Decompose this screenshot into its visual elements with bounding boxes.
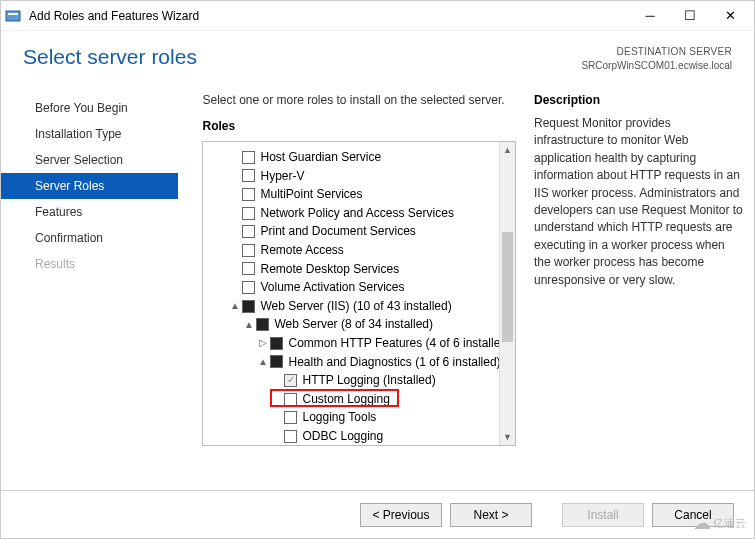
collapse-icon[interactable]: ▲ [257, 354, 268, 370]
watermark-text: 亿速云 [713, 516, 746, 531]
titlebar: Add Roles and Features Wizard ─ ☐ ✕ [1, 1, 754, 31]
collapse-icon[interactable]: ▲ [229, 298, 240, 314]
role-item[interactable]: Hyper-V [207, 167, 511, 186]
nav-step-results: Results [1, 251, 178, 277]
role-label: Web Server (8 of 34 installed) [274, 315, 433, 334]
cloud-icon: ☁ [693, 512, 711, 534]
role-label: Hyper-V [260, 167, 304, 186]
maximize-button[interactable]: ☐ [670, 2, 710, 30]
role-item[interactable]: Remote Desktop Services [207, 260, 511, 279]
role-checkbox[interactable] [242, 207, 255, 220]
role-item[interactable]: ▲Web Server (IIS) (10 of 43 installed) [207, 297, 511, 316]
role-checkbox[interactable] [242, 169, 255, 182]
role-item[interactable]: Logging Tools [207, 408, 511, 427]
description-text: Request Monitor provides infrastructure … [534, 115, 744, 289]
role-item[interactable]: ▲Health and Diagnostics (1 of 6 installe… [207, 353, 511, 372]
role-item[interactable]: HTTP Logging (Installed) [207, 371, 511, 390]
role-label: Common HTTP Features (4 of 6 installed) [288, 334, 511, 353]
role-checkbox[interactable] [242, 225, 255, 238]
page-title: Select server roles [23, 45, 197, 69]
scroll-down-icon[interactable]: ▼ [500, 429, 515, 445]
app-icon [5, 8, 21, 24]
header: Select server roles DESTINATION SERVER S… [1, 31, 754, 77]
role-item[interactable]: MultiPoint Services [207, 185, 511, 204]
dest-label: DESTINATION SERVER [581, 45, 732, 59]
description-heading: Description [534, 93, 744, 107]
role-checkbox[interactable] [242, 244, 255, 257]
role-item[interactable]: Host Guardian Service [207, 148, 511, 167]
roles-heading: Roles [202, 119, 516, 133]
role-checkbox[interactable] [256, 318, 269, 331]
role-checkbox[interactable] [242, 151, 255, 164]
role-label: ODBC Logging [302, 427, 383, 445]
role-item[interactable]: ODBC Logging [207, 427, 511, 445]
role-label: MultiPoint Services [260, 185, 362, 204]
expand-icon[interactable]: ▷ [257, 335, 268, 351]
role-item[interactable]: ▲Web Server (8 of 34 installed) [207, 315, 511, 334]
scroll-up-icon[interactable]: ▲ [500, 142, 515, 158]
nav-step-server-roles[interactable]: Server Roles [1, 173, 178, 199]
roles-tree[interactable]: Host Guardian ServiceHyper-VMultiPoint S… [202, 141, 516, 446]
role-checkbox[interactable] [270, 337, 283, 350]
nav-step-installation-type[interactable]: Installation Type [1, 121, 178, 147]
role-label: Host Guardian Service [260, 148, 381, 167]
role-label: Remote Desktop Services [260, 260, 399, 279]
svg-rect-1 [8, 13, 18, 15]
role-checkbox[interactable] [242, 262, 255, 275]
scrollbar[interactable]: ▲ ▼ [499, 142, 515, 445]
role-item[interactable]: Remote Access [207, 241, 511, 260]
nav-step-features[interactable]: Features [1, 199, 178, 225]
minimize-button[interactable]: ─ [630, 2, 670, 30]
role-label: Remote Access [260, 241, 343, 260]
scroll-thumb[interactable] [502, 232, 513, 342]
nav-step-server-selection[interactable]: Server Selection [1, 147, 178, 173]
role-checkbox[interactable] [242, 300, 255, 313]
role-item[interactable]: ▷Common HTTP Features (4 of 6 installed) [207, 334, 511, 353]
role-label: Web Server (IIS) (10 of 43 installed) [260, 297, 451, 316]
close-button[interactable]: ✕ [710, 2, 750, 30]
footer: < Previous Next > Install Cancel [1, 490, 754, 538]
dest-server-name: SRCorpWinSCOM01.ecwise.local [581, 59, 732, 73]
role-checkbox[interactable] [270, 355, 283, 368]
role-label: Health and Diagnostics (1 of 6 installed… [288, 353, 500, 372]
role-item[interactable]: Volume Activation Services [207, 278, 511, 297]
instruction-text: Select one or more roles to install on t… [202, 93, 516, 107]
window-title: Add Roles and Features Wizard [29, 9, 630, 23]
watermark: ☁ 亿速云 [693, 512, 746, 534]
role-label: HTTP Logging (Installed) [302, 371, 435, 390]
role-item[interactable]: Network Policy and Access Services [207, 204, 511, 223]
role-label: Logging Tools [302, 408, 376, 427]
role-checkbox[interactable] [242, 281, 255, 294]
wizard-nav: Before You BeginInstallation TypeServer … [1, 77, 178, 477]
role-item[interactable]: Print and Document Services [207, 222, 511, 241]
role-label: Print and Document Services [260, 222, 415, 241]
nav-step-confirmation[interactable]: Confirmation [1, 225, 178, 251]
role-checkbox[interactable] [284, 430, 297, 443]
previous-button[interactable]: < Previous [360, 503, 442, 527]
destination-info: DESTINATION SERVER SRCorpWinSCOM01.ecwis… [581, 45, 732, 73]
next-button[interactable]: Next > [450, 503, 532, 527]
collapse-icon[interactable]: ▲ [243, 317, 254, 333]
role-checkbox[interactable] [284, 374, 297, 387]
highlight-annotation [270, 389, 399, 407]
role-checkbox[interactable] [284, 411, 297, 424]
install-button: Install [562, 503, 644, 527]
role-label: Volume Activation Services [260, 278, 404, 297]
role-checkbox[interactable] [242, 188, 255, 201]
svg-rect-0 [6, 11, 20, 21]
nav-step-before-you-begin[interactable]: Before You Begin [1, 95, 178, 121]
role-label: Network Policy and Access Services [260, 204, 453, 223]
